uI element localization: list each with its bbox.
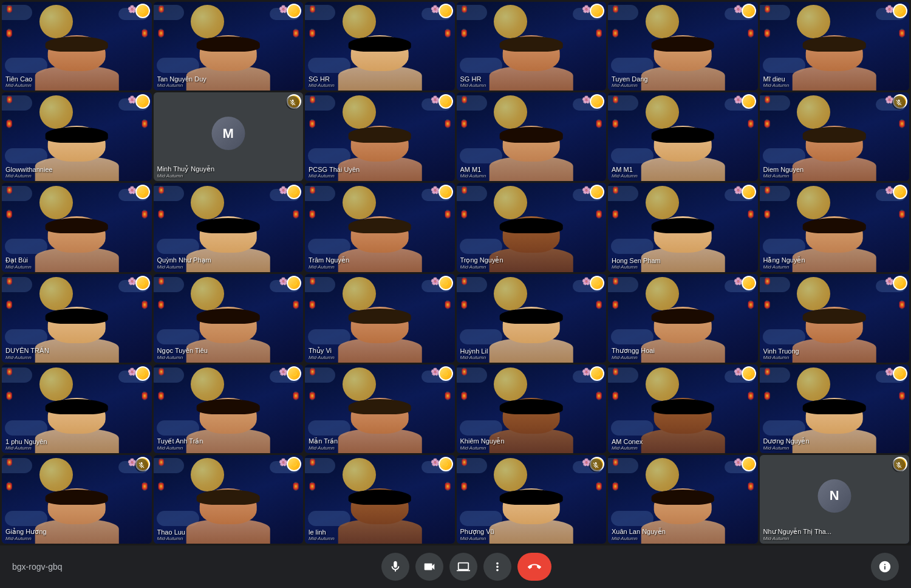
participant-name: PCSG Thái UyênMid·Autumn xyxy=(309,166,360,179)
participant-name: Thươngg HoaiMid·Autumn xyxy=(612,347,655,360)
participant-tile[interactable]: 🏮🌸🏮🏮🌙Tan Nguyên DuyMid·Autumn xyxy=(154,2,304,91)
participant-tile[interactable]: 🏮🌸🏮🏮🌙Ngọc Tuyên TiêuMid·Autumn xyxy=(154,274,304,363)
mute-icon xyxy=(892,459,906,472)
more-button[interactable] xyxy=(483,553,511,581)
controls-center xyxy=(381,553,551,581)
participant-name: GlowwithannieeMid·Autumn xyxy=(5,166,53,179)
participant-name: DUYÊN TRẦNMid·Autumn xyxy=(5,347,49,360)
participant-name: SG HRMid·Autumn xyxy=(460,75,486,88)
participant-tile[interactable]: 🏮🌸🏮🏮🌙Thao LuuMid·Autumn xyxy=(154,455,304,544)
mute-icon xyxy=(892,96,906,109)
participant-name: AM M1Mid·Autumn xyxy=(612,166,638,179)
participant-name: Thao LuuMid·Autumn xyxy=(157,528,185,541)
meeting-code: bgx-rogv-gbq xyxy=(12,561,63,572)
mute-icon xyxy=(286,96,299,109)
video-grid: 🏮🌸🏮🏮🌙Tiên CaoMid·Autumn🏮🌸🏮🏮🌙Tan Nguyên D… xyxy=(0,0,911,545)
participant-tile[interactable]: N🌙 Như Nguyễn Thị Tha...Mid·Autumn xyxy=(760,455,910,544)
mic-button[interactable] xyxy=(381,553,409,581)
participant-tile[interactable]: 🏮🌸🏮🏮🌙Tiên CaoMid·Autumn xyxy=(2,2,152,91)
participant-tile[interactable]: 🏮🌸🏮🏮🌙Hong Sen PhamMid·Autumn xyxy=(608,183,758,272)
present-button[interactable] xyxy=(449,553,477,581)
camera-button[interactable] xyxy=(415,553,443,581)
participant-tile[interactable]: 🏮🌸🏮🏮🌙Quỳnh Như PhạmMid·Autumn xyxy=(154,183,304,272)
participant-tile[interactable]: 🏮🌸🏮🏮🌙DUYÊN TRẦNMid·Autumn xyxy=(2,274,152,363)
participant-name: AM ConexMid·Autumn xyxy=(612,438,643,451)
end-call-button[interactable] xyxy=(517,553,551,581)
participant-tile[interactable]: 🏮🌸🏮🏮🌙 Giảng HươngMid·Autumn xyxy=(2,455,152,544)
participant-name: Khiêm NguyễnMid·Autumn xyxy=(460,437,505,451)
participant-name: Dương NguyễnMid·Autumn xyxy=(763,437,810,451)
participant-tile[interactable]: 🏮🌸🏮🏮🌙Trọng NguyễnMid·Autumn xyxy=(457,183,607,272)
participant-name: Diem NguyenMid·Autumn xyxy=(763,166,804,179)
participant-tile[interactable]: 🏮🌸🏮🏮🌙SG HRMid·Autumn xyxy=(457,2,607,91)
control-bar: bgx-rogv-gbq xyxy=(0,545,911,588)
participant-tile[interactable]: 🏮🌸🏮🏮🌙Mẫn TrầnMid·Autumn xyxy=(305,364,455,453)
participant-tile[interactable]: 🏮🌸🏮🏮🌙Mĩ dieuMid·Autumn xyxy=(760,2,910,91)
participant-name: Trâm NguyễnMid·Autumn xyxy=(309,256,349,270)
participant-name: le linhMid·Autumn xyxy=(309,528,335,541)
participant-name: Ngọc Tuyên TiêuMid·Autumn xyxy=(157,347,208,360)
participant-tile[interactable]: 🏮🌸🏮🏮🌙GlowwithannieeMid·Autumn xyxy=(2,92,152,181)
participant-name: Mẫn TrầnMid·Autumn xyxy=(309,437,338,451)
participant-tile[interactable]: M🌙 Minh Thuỷ NguyễnMid·Autumn xyxy=(154,92,304,181)
participant-tile[interactable]: 🏮🌸🏮🏮🌙Thươngg HoaiMid·Autumn xyxy=(608,274,758,363)
participant-name: SG HRMid·Autumn xyxy=(309,75,335,88)
participant-name: Quỳnh Như PhạmMid·Autumn xyxy=(157,256,211,270)
participant-name: AM M1Mid·Autumn xyxy=(460,166,486,179)
participant-name: Tuyen DangMid·Autumn xyxy=(612,75,648,88)
participant-name: Thủy ViMid·Autumn xyxy=(309,347,335,360)
participant-tile[interactable]: 🏮🌸🏮🏮🌙Huỳnh LilMid·Autumn xyxy=(457,274,607,363)
participant-tile[interactable]: 🏮🌸🏮🏮🌙 Phượng VũMid·Autumn xyxy=(457,455,607,544)
participant-name: 1 phu NguyênMid·Autumn xyxy=(5,438,47,451)
participant-tile[interactable]: 🏮🌸🏮🏮🌙Vinh TruongMid·Autumn xyxy=(760,274,910,363)
participant-name: Huỳnh LilMid·Autumn xyxy=(460,347,488,360)
participant-tile[interactable]: 🏮🌸🏮🏮🌙Trâm NguyễnMid·Autumn xyxy=(305,183,455,272)
participant-tile[interactable]: 🏮🌸🏮🏮🌙Xuân Lan NguyễnMid·Autumn xyxy=(608,455,758,544)
participant-tile[interactable]: 🏮🌸🏮🏮🌙Tuyết Anh TrầnMid·Autumn xyxy=(154,364,304,453)
participant-name: Đạt BùiMid·Autumn xyxy=(5,256,32,270)
participant-name: Giảng HươngMid·Autumn xyxy=(5,528,46,541)
participant-name: Hong Sen PhamMid·Autumn xyxy=(612,257,661,270)
mute-icon xyxy=(589,459,602,472)
info-button[interactable] xyxy=(871,553,899,581)
controls-right xyxy=(871,553,899,581)
participant-name: Như Nguyễn Thị Tha...Mid·Autumn xyxy=(763,528,832,541)
participant-tile[interactable]: 🏮🌸🏮🏮🌙SG HRMid·Autumn xyxy=(305,2,455,91)
participant-name: Mĩ dieuMid·Autumn xyxy=(763,75,790,88)
participant-name: Vinh TruongMid·Autumn xyxy=(763,347,799,360)
participant-tile[interactable]: 🏮🌸🏮🏮🌙 Diem NguyenMid·Autumn xyxy=(760,92,910,181)
participant-tile[interactable]: 🏮🌸🏮🏮🌙AM ConexMid·Autumn xyxy=(608,364,758,453)
participant-name: Phượng VũMid·Autumn xyxy=(460,528,494,541)
participant-tile[interactable]: 🏮🌸🏮🏮🌙PCSG Thái UyênMid·Autumn xyxy=(305,92,455,181)
participant-name: Hằng NguyễnMid·Autumn xyxy=(763,256,805,270)
participant-name: Minh Thuỷ NguyễnMid·Autumn xyxy=(157,165,215,179)
participant-name: Trọng NguyễnMid·Autumn xyxy=(460,256,503,270)
mute-icon xyxy=(135,459,148,472)
participant-name: Tiên CaoMid·Autumn xyxy=(5,75,32,88)
participant-name: Tan Nguyên DuyMid·Autumn xyxy=(157,75,206,88)
participant-name: Tuyết Anh TrầnMid·Autumn xyxy=(157,437,203,451)
meeting-code-text: bgx-rogv-gbq xyxy=(12,562,63,572)
participant-tile[interactable]: 🏮🌸🏮🏮🌙Khiêm NguyễnMid·Autumn xyxy=(457,364,607,453)
participant-tile[interactable]: 🏮🌸🏮🏮🌙Thủy ViMid·Autumn xyxy=(305,274,455,363)
participant-tile[interactable]: 🏮🌸🏮🏮🌙Hằng NguyễnMid·Autumn xyxy=(760,183,910,272)
participant-name: Xuân Lan NguyễnMid·Autumn xyxy=(612,528,666,541)
participant-tile[interactable]: 🏮🌸🏮🏮🌙AM M1Mid·Autumn xyxy=(457,92,607,181)
participant-tile[interactable]: 🏮🌸🏮🏮🌙le linhMid·Autumn xyxy=(305,455,455,544)
participant-tile[interactable]: 🏮🌸🏮🏮🌙1 phu NguyênMid·Autumn xyxy=(2,364,152,453)
participant-tile[interactable]: 🏮🌸🏮🏮🌙Tuyen DangMid·Autumn xyxy=(608,2,758,91)
participant-tile[interactable]: 🏮🌸🏮🏮🌙AM M1Mid·Autumn xyxy=(608,92,758,181)
participant-tile[interactable]: 🏮🌸🏮🏮🌙Đạt BùiMid·Autumn xyxy=(2,183,152,272)
participant-tile[interactable]: 🏮🌸🏮🏮🌙Dương NguyễnMid·Autumn xyxy=(760,364,910,453)
